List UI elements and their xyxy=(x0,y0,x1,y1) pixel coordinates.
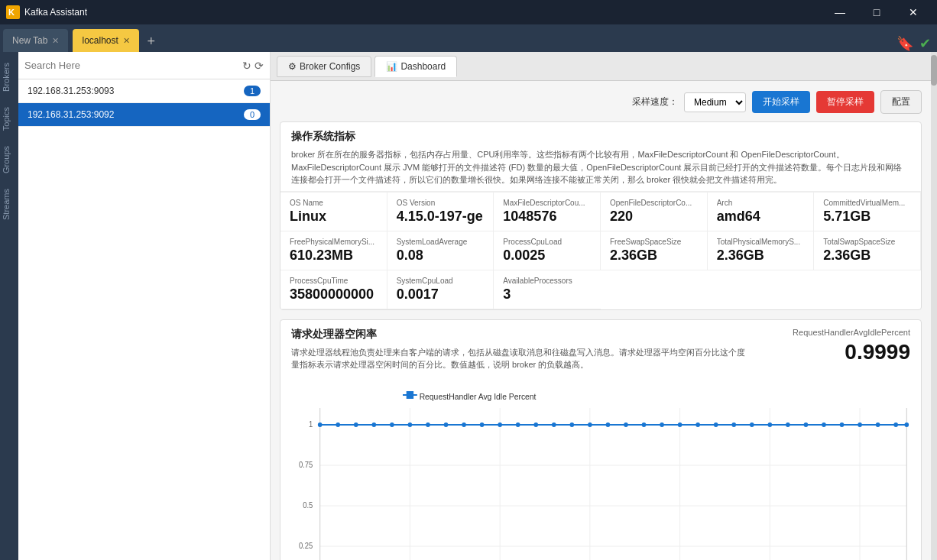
metric-value: 0.08 xyxy=(397,248,485,264)
main-layout: Brokers Topics Groups Streams ↻ ⟳ 192.16… xyxy=(0,52,937,560)
tab-broker-configs[interactable]: ⚙ Broker Configs xyxy=(277,56,371,77)
broker-configs-label: Broker Configs xyxy=(300,61,360,72)
stop-sampling-button[interactable]: 暂停采样 xyxy=(816,91,874,113)
os-section-desc: broker 所在所在的服务器指标，包括内存占用量、CPU利用率等。这些指标有两… xyxy=(291,148,910,186)
sidebar-item-brokers[interactable]: Brokers xyxy=(0,55,18,99)
search-bar: ↻ ⟳ xyxy=(18,52,270,79)
config-button[interactable]: 配置 xyxy=(880,90,922,114)
broker-item-active[interactable]: 192.168.31.253:9092 0 xyxy=(18,103,270,127)
sidebar-item-streams[interactable]: Streams xyxy=(0,181,18,228)
metric-value: 2.36GB xyxy=(823,248,911,264)
sidebar-item-groups[interactable]: Groups xyxy=(0,138,18,181)
tab-dashboard[interactable]: 📊 Dashboard xyxy=(374,56,457,77)
metric-cell: ProcessCpuLoad0.0025 xyxy=(494,231,601,270)
broker-list: 192.168.31.253:9093 1 192.168.31.253:909… xyxy=(18,79,270,560)
right-scrollbar[interactable] xyxy=(931,52,937,560)
rh-header: 请求处理器空闲率 请求处理器线程池负责处理来自客户端的请求，包括从磁盘读取消息和… xyxy=(280,320,921,379)
svg-point-42 xyxy=(678,422,682,427)
svg-point-34 xyxy=(533,422,538,427)
bookmark-icon: 🔖 xyxy=(896,35,913,52)
tab-bar-right: 🔖 ✔ xyxy=(896,35,937,52)
close-button[interactable]: ✕ xyxy=(896,0,931,24)
metric-value: 3 xyxy=(503,286,592,303)
svg-point-35 xyxy=(552,422,556,427)
svg-text:0.25: 0.25 xyxy=(299,541,313,549)
metric-name: CommittedVirtualMem... xyxy=(823,199,911,207)
chart-container: RequestHandler Avg Idle Percent 1 0.75 0… xyxy=(280,379,921,561)
metric-value: 0.0017 xyxy=(397,286,485,303)
metric-cell: ProcessCpuTime35800000000 xyxy=(280,270,387,309)
maximize-button[interactable]: □ xyxy=(859,0,894,24)
metric-name: ProcessCpuTime xyxy=(290,277,378,285)
svg-point-45 xyxy=(731,422,736,427)
check-icon: ✔ xyxy=(919,35,931,52)
metric-name: MaxFileDescriptorCou... xyxy=(503,199,591,207)
sample-rate-select[interactable]: Medium Low High xyxy=(684,92,746,112)
left-panel: ↻ ⟳ 192.168.31.253:9093 1 192.168.31.253… xyxy=(18,52,271,560)
metric-name: SystemLoadAverage xyxy=(397,238,485,246)
dashboard-label: Dashboard xyxy=(400,61,446,72)
broker-address: 192.168.31.253:9092 xyxy=(28,109,244,120)
tab-new-tab[interactable]: New Tab ✕ xyxy=(3,29,68,52)
broker-address: 192.168.31.253:9093 xyxy=(28,86,244,96)
metric-name: OpenFileDescriptorCo... xyxy=(610,199,698,207)
search-input[interactable] xyxy=(24,60,239,71)
svg-point-36 xyxy=(570,422,575,427)
metric-name: ProcessCpuLoad xyxy=(503,238,591,246)
svg-text:RequestHandler Avg Idle Percen: RequestHandler Avg Idle Percent xyxy=(420,391,537,400)
tab-close-icon[interactable]: ✕ xyxy=(123,36,130,46)
svg-point-54 xyxy=(893,422,898,427)
metrics-grid: OS NameLinuxOS Version4.15.0-197-geMaxFi… xyxy=(280,192,921,309)
metric-cell: TotalPhysicalMemoryS...2.36GB xyxy=(708,231,815,270)
svg-point-52 xyxy=(858,422,862,427)
metric-value: 1048576 xyxy=(503,209,591,225)
title-bar: K Kafka Assistant — □ ✕ xyxy=(0,0,937,24)
svg-point-47 xyxy=(768,422,773,427)
broker-badge: 0 xyxy=(244,109,261,120)
metric-value: 220 xyxy=(610,209,698,225)
broker-item[interactable]: 192.168.31.253:9093 1 xyxy=(18,79,270,103)
metric-value: 5.71GB xyxy=(823,209,911,225)
svg-point-55 xyxy=(904,422,909,427)
svg-point-33 xyxy=(516,422,520,427)
metric-cell: OS Version4.15.0-197-ge xyxy=(387,193,494,231)
reload-icon[interactable]: ⟳ xyxy=(255,60,264,72)
svg-text:0.5: 0.5 xyxy=(303,500,313,509)
metric-cell: CommittedVirtualMem...5.71GB xyxy=(814,193,921,231)
app-title: Kafka Assistant xyxy=(24,7,822,18)
sidebar-item-topics[interactable]: Topics xyxy=(0,99,18,138)
svg-point-43 xyxy=(695,422,700,427)
svg-text:K: K xyxy=(8,8,15,17)
svg-point-38 xyxy=(606,422,611,427)
metric-name: FreePhysicalMemorySi... xyxy=(290,238,378,246)
tab-close-icon[interactable]: ✕ xyxy=(52,36,59,46)
svg-point-40 xyxy=(642,422,647,427)
metric-name: SystemCpuLoad xyxy=(397,277,485,285)
tab-label: localhost xyxy=(82,35,118,46)
svg-point-39 xyxy=(624,422,628,427)
tab-label: New Tab xyxy=(12,35,47,46)
svg-point-31 xyxy=(480,422,485,427)
start-sampling-button[interactable]: 开始采样 xyxy=(752,91,810,113)
metric-value: 35800000000 xyxy=(290,286,378,303)
rh-right: RequestHandlerAvgIdlePercent 0.9999 xyxy=(757,328,910,371)
metric-cell: OpenFileDescriptorCo...220 xyxy=(601,193,708,231)
new-tab-button[interactable]: + xyxy=(141,31,162,52)
minimize-button[interactable]: — xyxy=(822,0,858,24)
broker-configs-icon: ⚙ xyxy=(288,61,297,72)
scrollbar-thumb xyxy=(931,55,937,86)
metric-name: FreeSwapSpaceSize xyxy=(610,238,698,246)
refresh-icon[interactable]: ↻ xyxy=(242,60,251,72)
tab-localhost[interactable]: localhost ✕ xyxy=(73,29,138,52)
metric-value: 2.36GB xyxy=(717,248,805,264)
metric-cell: FreeSwapSpaceSize2.36GB xyxy=(601,231,708,270)
sidebar-icons: Brokers Topics Groups Streams xyxy=(0,52,18,560)
svg-point-24 xyxy=(354,422,358,427)
right-panel: ⚙ Broker Configs 📊 Dashboard 采样速度： Mediu… xyxy=(271,52,931,560)
metric-value: amd64 xyxy=(717,209,805,225)
os-section-header: 操作系统指标 broker 所在所在的服务器指标，包括内存占用量、CPU利用率等… xyxy=(280,122,921,192)
metric-value: 0.0025 xyxy=(503,248,591,264)
svg-text:1: 1 xyxy=(309,419,313,428)
svg-point-44 xyxy=(714,422,718,427)
toolbar: 采样速度： Medium Low High 开始采样 暂停采样 配置 xyxy=(280,90,922,114)
